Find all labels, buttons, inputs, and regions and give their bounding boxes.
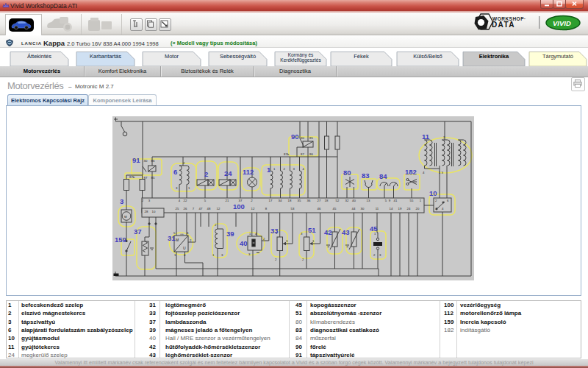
svg-text:24: 24: [224, 169, 232, 177]
svg-text:10: 10: [152, 210, 156, 213]
svg-text:26: 26: [184, 207, 187, 210]
svg-text:12: 12: [251, 207, 255, 210]
svg-text:Elektronika: Elektronika: [479, 53, 509, 60]
svg-text:36: 36: [307, 199, 311, 202]
svg-text:40: 40: [352, 199, 356, 202]
svg-text:18: 18: [325, 199, 329, 202]
svg-text:84: 84: [379, 172, 387, 180]
svg-text:37: 37: [134, 227, 142, 236]
svg-text:1 3: 1 3: [439, 171, 444, 174]
svg-text:++: ++: [180, 232, 184, 236]
svg-text:19: 19: [398, 207, 402, 210]
svg-text:34: 34: [279, 199, 282, 202]
svg-text:2: 2: [204, 170, 208, 178]
svg-text:159: 159: [115, 236, 126, 244]
svg-text:40: 40: [240, 239, 248, 247]
svg-text:Karbantartás: Karbantartás: [90, 53, 121, 60]
svg-text:80: 80: [343, 169, 351, 177]
svg-text:14: 14: [390, 207, 393, 210]
svg-text:100: 100: [233, 202, 245, 210]
svg-text:11: 11: [376, 207, 379, 210]
svg-text:39: 39: [226, 230, 234, 238]
svg-text:47: 47: [199, 207, 203, 210]
svg-text:87: 87: [301, 152, 304, 156]
svg-text:Tárgymutató: Tárgymutató: [542, 53, 573, 60]
svg-text:46: 46: [318, 207, 321, 210]
svg-text:M: M: [124, 215, 127, 219]
svg-text:42: 42: [324, 228, 332, 236]
svg-text:86: 86: [151, 159, 155, 163]
svg-text:24: 24: [407, 207, 411, 210]
svg-text:11: 11: [422, 132, 430, 141]
svg-text:87b: 87b: [284, 152, 290, 156]
svg-text:85: 85: [309, 136, 313, 140]
svg-text:91: 91: [132, 156, 140, 164]
svg-text:Külső/Belső: Külső/Belső: [413, 53, 442, 60]
svg-text:M: M: [176, 238, 179, 242]
svg-text:52: 52: [336, 199, 340, 202]
svg-text:182: 182: [405, 168, 417, 176]
svg-text:3: 3: [120, 197, 123, 205]
svg-text:112: 112: [243, 168, 254, 176]
svg-text:87: 87: [144, 176, 148, 180]
svg-text:27: 27: [318, 199, 321, 202]
svg-text:6: 6: [173, 168, 177, 176]
svg-text:20: 20: [416, 207, 420, 210]
svg-text:Áttekintés: Áttekintés: [27, 53, 51, 60]
svg-text:43: 43: [342, 228, 350, 236]
svg-text:Motor: Motor: [165, 53, 179, 60]
svg-text:21: 21: [226, 199, 229, 202]
svg-text:44: 44: [352, 207, 356, 210]
svg-text:35: 35: [298, 199, 301, 202]
svg-text:DATA: DATA: [492, 21, 515, 29]
svg-text:13: 13: [367, 199, 370, 202]
svg-text:28: 28: [145, 210, 148, 213]
svg-text:22: 22: [184, 199, 187, 202]
svg-text:45: 45: [333, 207, 337, 210]
svg-text:53: 53: [291, 207, 295, 210]
svg-text:VIVID: VIVID: [553, 19, 571, 27]
svg-text:86: 86: [309, 152, 313, 156]
svg-text:Sebességváltó: Sebességváltó: [220, 53, 256, 60]
svg-text:51: 51: [308, 226, 316, 234]
svg-text:30: 30: [301, 136, 304, 140]
svg-text:U: U: [183, 246, 186, 250]
svg-text:32: 32: [345, 199, 349, 202]
svg-text:87b: 87b: [129, 175, 135, 179]
svg-text:25: 25: [176, 207, 179, 210]
svg-text:90: 90: [291, 132, 299, 141]
svg-text:Kerékfelfüggesztés: Kerékfelfüggesztés: [280, 57, 321, 63]
svg-text:55: 55: [410, 199, 414, 202]
svg-text:41: 41: [394, 199, 398, 202]
svg-text:18: 18: [288, 199, 292, 202]
svg-text:30: 30: [361, 207, 365, 210]
svg-text:1: 1: [267, 166, 271, 174]
svg-text:83: 83: [362, 171, 370, 180]
svg-text:31: 31: [168, 234, 176, 242]
svg-text:48: 48: [207, 207, 211, 210]
svg-text:85: 85: [151, 176, 155, 180]
svg-text:10: 10: [429, 189, 437, 197]
svg-text:Fékek: Fékek: [354, 53, 369, 60]
svg-text:37: 37: [239, 199, 243, 202]
svg-text:30: 30: [144, 159, 148, 163]
svg-text:17: 17: [269, 199, 273, 202]
svg-text:12: 12: [217, 207, 220, 210]
